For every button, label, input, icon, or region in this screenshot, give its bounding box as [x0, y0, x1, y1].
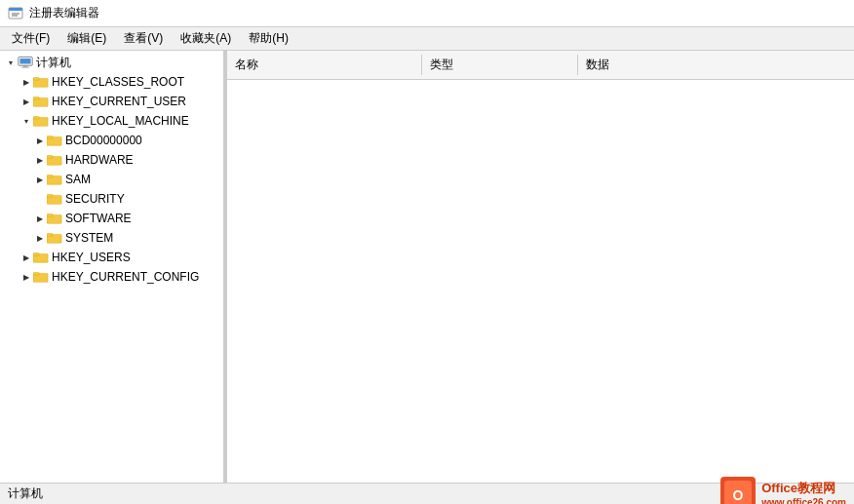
folder-icon-system — [47, 231, 62, 245]
tree-node-current-config[interactable]: ▶ HKEY_CURRENT_CONFIG — [0, 267, 223, 287]
col-header-type: 类型 — [422, 55, 578, 75]
table-header: 名称 类型 数据 — [227, 51, 854, 80]
col-header-data: 数据 — [578, 55, 854, 75]
folder-icon-security — [47, 192, 62, 206]
expand-icon-hardware: ▶ — [33, 153, 47, 167]
tree-node-security[interactable]: SECURITY — [0, 189, 223, 209]
node-label-software: SOFTWARE — [65, 212, 132, 225]
watermark: O Office教程网 www.office26.com — [720, 477, 846, 505]
expand-icon-sam: ▶ — [33, 173, 47, 186]
svg-rect-7 — [21, 67, 29, 68]
tree-node-hardware[interactable]: ▶ HARDWARE — [0, 150, 223, 170]
expand-icon-system: ▶ — [33, 231, 47, 245]
menu-file[interactable]: 文件(F) — [4, 28, 58, 49]
svg-rect-23 — [47, 214, 53, 217]
svg-rect-25 — [47, 234, 53, 237]
watermark-line2: www.office26.com — [761, 497, 846, 504]
main-content: ▾ 计算机 ▶ HKEY_CLASSES_ROOT — [0, 51, 854, 483]
table-body — [227, 80, 854, 483]
folder-icon-current-config — [33, 270, 49, 284]
expand-icon-computer: ▾ — [4, 56, 18, 69]
watermark-line1: Office教程网 — [761, 480, 846, 497]
tree-node-current-user[interactable]: ▶ HKEY_CURRENT_USER — [0, 92, 223, 111]
tree-node-sam[interactable]: ▶ SAM — [0, 170, 223, 189]
node-label-current-user: HKEY_CURRENT_USER — [52, 95, 186, 108]
tree-node-users[interactable]: ▶ HKEY_USERS — [0, 248, 223, 267]
svg-text:O: O — [733, 487, 744, 503]
folder-icon-current-user — [33, 95, 49, 108]
right-pane: 名称 类型 数据 — [227, 51, 854, 483]
node-label-hardware: HARDWARE — [65, 153, 134, 167]
svg-rect-27 — [33, 253, 39, 256]
svg-rect-9 — [33, 78, 39, 81]
tree-node-system[interactable]: ▶ SYSTEM — [0, 228, 223, 248]
folder-icon-software — [47, 212, 62, 225]
expand-icon-classes-root: ▶ — [19, 75, 33, 89]
expand-icon-local-machine: ▾ — [19, 114, 33, 128]
svg-rect-17 — [47, 156, 53, 159]
tree-node-local-machine[interactable]: ▾ HKEY_LOCAL_MACHINE — [0, 111, 223, 131]
tree-pane[interactable]: ▾ 计算机 ▶ HKEY_CLASSES_ROOT — [0, 51, 224, 483]
watermark-text: Office教程网 www.office26.com — [761, 480, 846, 504]
title-text: 注册表编辑器 — [29, 5, 99, 21]
folder-icon-hardware — [47, 153, 62, 167]
svg-rect-19 — [47, 175, 53, 178]
node-label-local-machine: HKEY_LOCAL_MACHINE — [52, 114, 189, 128]
svg-rect-13 — [33, 117, 39, 120]
node-label-current-config: HKEY_CURRENT_CONFIG — [52, 270, 199, 284]
node-label-classes-root: HKEY_CLASSES_ROOT — [52, 75, 184, 89]
menu-help[interactable]: 帮助(H) — [241, 28, 296, 49]
node-label-system: SYSTEM — [65, 231, 113, 245]
menu-edit[interactable]: 编辑(E) — [59, 28, 114, 49]
title-bar: 注册表编辑器 — [0, 0, 854, 27]
node-label-users: HKEY_USERS — [52, 251, 131, 264]
app-icon — [8, 6, 23, 21]
folder-icon-classes-root — [33, 75, 49, 89]
node-label-security: SECURITY — [65, 192, 125, 206]
folder-icon-local-machine — [33, 114, 49, 128]
svg-rect-1 — [9, 8, 22, 11]
menu-favorites[interactable]: 收藏夹(A) — [173, 28, 239, 49]
tree-node-bcd[interactable]: ▶ BCD00000000 — [0, 131, 223, 150]
svg-rect-6 — [23, 65, 28, 67]
folder-icon-sam — [47, 173, 62, 186]
expand-icon-current-config: ▶ — [19, 270, 33, 284]
node-label-sam: SAM — [65, 173, 91, 186]
status-bar: 计算机 O Office教程网 www.office26.com — [0, 483, 854, 504]
root-label: 计算机 — [36, 55, 71, 71]
folder-icon-users — [33, 251, 49, 264]
svg-rect-5 — [19, 58, 30, 64]
expand-icon-users: ▶ — [19, 251, 33, 264]
expand-icon-current-user: ▶ — [19, 95, 33, 108]
tree-node-classes-root[interactable]: ▶ HKEY_CLASSES_ROOT — [0, 72, 223, 92]
menu-bar: 文件(F) 编辑(E) 查看(V) 收藏夹(A) 帮助(H) — [0, 27, 854, 51]
status-text: 计算机 — [8, 485, 43, 502]
folder-icon-bcd — [47, 134, 62, 147]
svg-rect-15 — [47, 136, 53, 139]
svg-rect-21 — [47, 195, 53, 198]
computer-icon — [18, 56, 33, 69]
svg-rect-29 — [33, 273, 39, 276]
tree-root-computer[interactable]: ▾ 计算机 — [0, 53, 223, 72]
col-header-name: 名称 — [227, 55, 422, 75]
expand-icon-software: ▶ — [33, 212, 47, 225]
svg-rect-11 — [33, 97, 39, 100]
expand-icon-bcd: ▶ — [33, 134, 47, 147]
menu-view[interactable]: 查看(V) — [116, 28, 171, 49]
tree-node-software[interactable]: ▶ SOFTWARE — [0, 209, 223, 228]
watermark-logo-icon: O — [720, 477, 756, 505]
node-label-bcd: BCD00000000 — [65, 134, 142, 147]
